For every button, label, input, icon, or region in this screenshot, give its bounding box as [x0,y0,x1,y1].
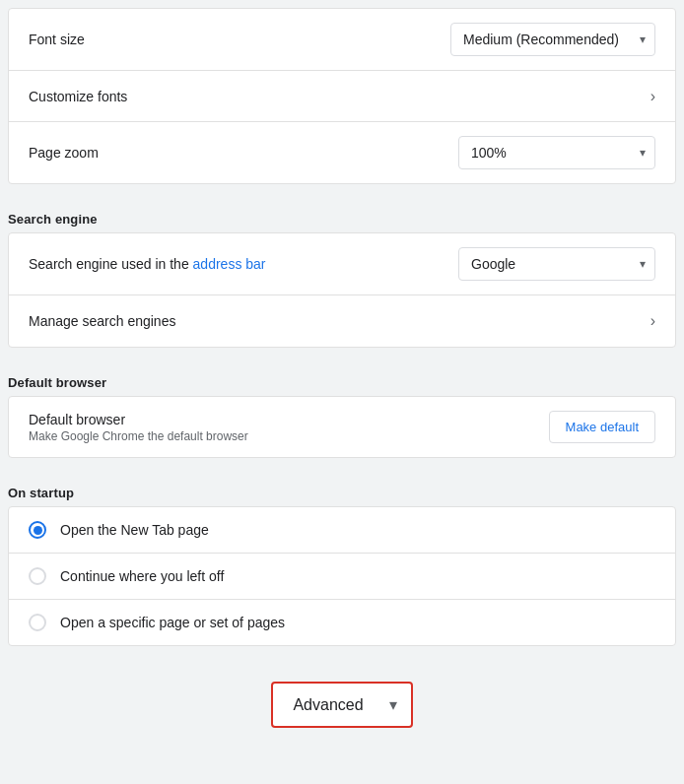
default-browser-main-text: Default browser [29,412,248,427]
default-browser-section-title: Default browser [0,363,684,396]
page-zoom-select-wrapper[interactable]: 100% ▾ [458,136,655,169]
startup-label-2: Continue where you left off [60,568,224,584]
default-browser-sub-text: Make Google Chrome the default browser [29,429,248,443]
customize-fonts-label: Customize fonts [29,89,127,104]
search-engine-select[interactable]: Google [458,247,655,281]
font-size-label: Font size [29,32,85,47]
startup-label-1: Open the New Tab page [60,522,209,538]
manage-search-engines-row[interactable]: Manage search engines › [9,295,675,347]
manage-search-engines-chevron-icon: › [650,312,655,330]
customize-fonts-row[interactable]: Customize fonts › [9,71,675,122]
startup-option-2[interactable]: Continue where you left off [9,554,675,600]
default-browser-text: Default browser Make Google Chrome the d… [29,412,248,443]
font-size-select-wrapper[interactable]: Medium (Recommended) ▾ [450,23,655,56]
search-engine-row: Search engine used in the address bar Go… [9,233,675,295]
startup-radio-2[interactable] [29,567,46,585]
manage-search-engines-label: Manage search engines [29,313,175,329]
address-bar-link[interactable]: address bar [193,256,266,272]
startup-label-3: Open a specific page or set of pages [60,615,285,630]
make-default-button[interactable]: Make default [549,411,655,443]
advanced-dropdown-icon: ▾ [383,684,411,726]
search-engine-label: Search engine used in the address bar [29,256,266,272]
appearance-card: Font size Medium (Recommended) ▾ Customi… [8,8,676,184]
search-engine-card: Search engine used in the address bar Go… [8,232,676,348]
page-zoom-label: Page zoom [29,145,99,161]
advanced-section: Advanced ▾ [0,662,684,748]
startup-option-3[interactable]: Open a specific page or set of pages [9,600,675,645]
advanced-button-label: Advanced [273,685,382,726]
default-browser-row: Default browser Make Google Chrome the d… [9,397,675,457]
font-size-row: Font size Medium (Recommended) ▾ [9,9,675,71]
customize-fonts-chevron-icon: › [650,88,655,105]
page-zoom-row: Page zoom 100% ▾ [9,122,675,183]
search-engine-section-title: Search engine [0,200,684,232]
on-startup-section-title: On startup [0,474,684,506]
startup-radio-3[interactable] [29,614,46,631]
startup-option-1[interactable]: Open the New Tab page [9,507,675,554]
default-browser-card: Default browser Make Google Chrome the d… [8,396,676,458]
page-zoom-select[interactable]: 100% [458,136,655,169]
startup-radio-1[interactable] [29,521,46,539]
on-startup-card: Open the New Tab page Continue where you… [8,506,676,646]
font-size-select[interactable]: Medium (Recommended) [450,23,655,56]
settings-page: Font size Medium (Recommended) ▾ Customi… [0,0,684,748]
advanced-button[interactable]: Advanced ▾ [271,682,412,728]
search-engine-select-wrapper[interactable]: Google ▾ [458,247,655,281]
